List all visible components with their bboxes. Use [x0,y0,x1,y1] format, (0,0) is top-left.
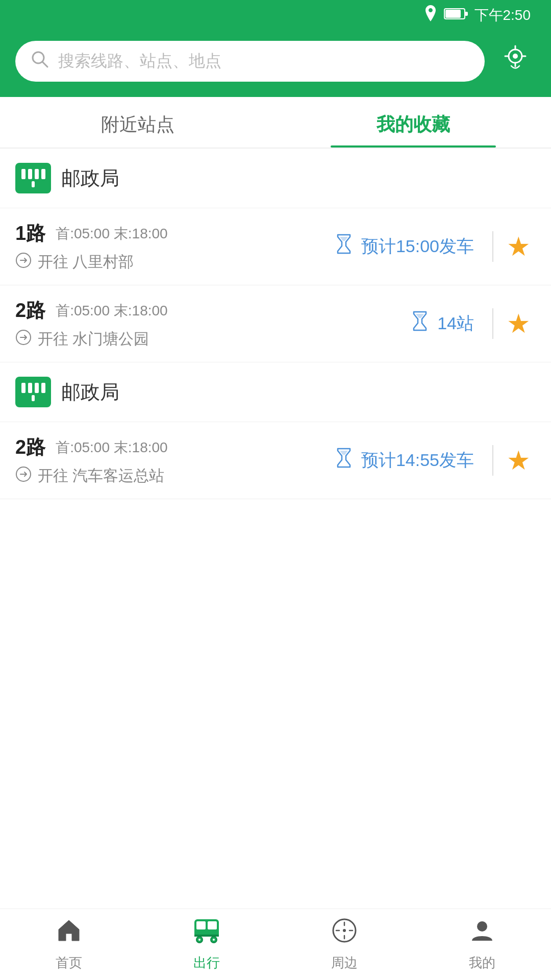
route-number-1: 1路 [15,220,45,247]
time-display: 下午2:50 [474,6,531,25]
location-status-icon [423,5,438,26]
svg-line-4 [42,62,47,67]
search-icon [31,50,49,73]
route-status-1: 预计15:00发车 [333,233,484,260]
svg-point-20 [198,939,201,941]
tab-favorites[interactable]: 我的收藏 [276,97,551,148]
favorite-button-2[interactable]: ★ [502,308,536,339]
status-text-2: 14站 [437,312,474,335]
route-info-2: 2路 首:05:00 末:18:00 开往 水门塘公园 [15,298,400,350]
route-times-3: 首:05:00 末:18:00 [56,438,168,457]
header: 搜索线路、站点、地点 [0,31,551,97]
route-info-1: 1路 首:05:00 末:18:00 开往 八里村部 [15,220,324,273]
nav-item-home[interactable]: 首页 [0,909,138,980]
station-name-1: 邮政局 [61,165,119,191]
bottom-nav: 首页 出行 周边 [0,909,551,980]
route-times-1: 首:05:00 末:18:00 [56,224,168,243]
divider-1 [492,231,493,262]
station-name-2: 邮政局 [61,379,119,405]
svg-point-24 [343,929,346,932]
route-row-2: 2路 首:05:00 末:18:00 开往 水门塘公园 [0,285,551,362]
direction-icon-1 [15,252,32,272]
nav-label-travel: 出行 [193,954,220,972]
svg-point-6 [513,54,518,59]
route-row-1: 1路 首:05:00 末:18:00 开往 八里村部 [0,208,551,285]
divider-2 [492,308,493,339]
tabs: 附近站点 我的收藏 [0,97,551,149]
svg-rect-18 [194,935,219,937]
favorite-button-3[interactable]: ★ [502,445,536,476]
route-info-3: 2路 首:05:00 末:18:00 开往 汽车客运总站 [15,434,324,486]
favorite-button-1[interactable]: ★ [502,231,536,262]
route-times-2: 首:05:00 末:18:00 [56,301,168,321]
route-direction-1: 开往 八里村部 [15,252,324,273]
content-area: 邮政局 1路 首:05:00 末:18:00 开往 八里村部 [0,149,551,499]
svg-rect-2 [465,12,468,16]
bus-stop-icon-1 [15,163,51,193]
nav-item-mine[interactable]: 我的 [413,909,551,980]
tab-nearby[interactable]: 附近站点 [0,97,276,148]
route-row-3: 2路 首:05:00 末:18:00 开往 汽车客运总站 [0,422,551,499]
direction-icon-3 [15,466,32,486]
compass-icon [331,917,358,950]
hourglass-icon-3 [333,447,355,474]
battery-icon [444,7,468,24]
nav-label-nearby: 周边 [331,954,358,972]
svg-rect-16 [208,921,217,929]
home-icon [56,917,82,950]
hourglass-icon-1 [333,233,355,260]
user-icon [469,917,495,950]
station-header-2: 邮政局 [0,362,551,422]
status-text-3: 预计14:55发车 [361,449,474,472]
svg-point-22 [213,939,215,941]
search-placeholder: 搜索线路、站点、地点 [58,50,221,72]
route-status-3: 预计14:55发车 [333,447,484,474]
route-direction-2: 开往 水门塘公园 [15,329,400,350]
nav-label-home: 首页 [56,954,82,972]
bus-stop-icon-2 [15,377,51,407]
route-status-2: 14站 [409,310,484,337]
search-bar[interactable]: 搜索线路、站点、地点 [15,41,485,82]
svg-rect-1 [445,10,461,18]
hourglass-icon-2 [409,310,431,337]
bus-icon [192,917,221,950]
direction-icon-2 [15,329,32,349]
route-number-3: 2路 [15,434,45,460]
status-text-1: 预计15:00发车 [361,235,474,258]
station-header-1: 邮政局 [0,149,551,208]
svg-point-25 [477,921,487,932]
location-button[interactable] [495,43,536,80]
nav-label-mine: 我的 [469,954,495,972]
status-bar: 下午2:50 [0,0,551,31]
route-direction-3: 开往 汽车客运总站 [15,465,324,486]
nav-item-travel[interactable]: 出行 [138,909,276,980]
divider-3 [492,445,493,476]
svg-rect-15 [196,921,206,929]
route-number-2: 2路 [15,298,45,324]
nav-item-nearby[interactable]: 周边 [276,909,413,980]
